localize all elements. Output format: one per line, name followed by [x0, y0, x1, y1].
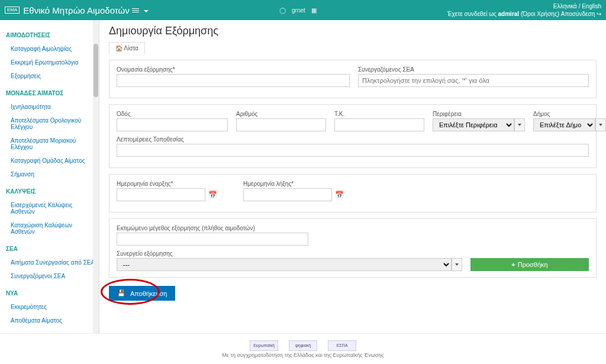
- logout-link[interactable]: Αποσύνδεση: [561, 11, 595, 17]
- input-estimate[interactable]: [117, 233, 308, 246]
- sidebar-item-simansi[interactable]: Σήμανση: [6, 167, 99, 181]
- footer-text: Με τη συγχρηματοδότηση της Ελλάδας και τ…: [222, 352, 383, 358]
- brand-title: Εθνικό Μητρώο Αιμοδοτών: [23, 5, 149, 15]
- sidebar-group-monades: ΜΟΝΑΔΕΣ ΑΙΜΑΤΟΣ: [6, 90, 99, 96]
- panel-location: Οδός Αριθμός Τ.Κ. Περιφέρεια Επιλέξτε Πε…: [109, 104, 597, 168]
- footer: Ευρωπαϊκή ψηφιακή ΕΣΠΑ Με τη συγχρηματοδ…: [0, 333, 606, 364]
- scrollbar-track[interactable]: [93, 20, 99, 333]
- select-crew[interactable]: ---: [117, 258, 452, 271]
- input-tk[interactable]: [334, 118, 424, 131]
- sidebar-item-omadas-aimatos[interactable]: Καταγραφή Ομάδας Αίματος: [6, 154, 99, 167]
- center-logo-3: ▦: [311, 7, 317, 14]
- input-date-start[interactable]: [117, 188, 205, 201]
- sidebar-item-exormiseis[interactable]: Εξορμήσεις: [6, 69, 99, 83]
- label-sea: Συνεργαζόμενος ΣΕΑ: [358, 66, 589, 73]
- calendar-end-icon[interactable]: 📅: [334, 190, 344, 199]
- input-street[interactable]: [117, 118, 228, 131]
- sidebar-item-moriakou[interactable]: Αποτελέσματα Μοριακού Ελέγχου: [6, 134, 99, 154]
- sidebar-item-kataggrafi-aimolipsias[interactable]: Καταγραφή Αιμοληψίας: [6, 42, 99, 56]
- logo-icon: EMA: [5, 7, 20, 14]
- lang-english-link[interactable]: English: [582, 3, 601, 9]
- top-center-logos: ◯ grnet ▦: [149, 7, 447, 14]
- menu-icon[interactable]: [132, 7, 139, 14]
- login-user: admiral: [498, 11, 520, 17]
- sidebar-item-kataxorisi-kalypseon[interactable]: Καταχώριση Καλύψεων Ασθενών: [6, 218, 99, 239]
- tab-list-label: Λίστα: [124, 45, 138, 51]
- sidebar-group-nya: ΝΥΑ: [6, 290, 99, 297]
- label-tk: Τ.Κ.: [334, 111, 424, 117]
- label-date-end: Ημερομηνία λήξης*: [243, 181, 362, 187]
- login-prefix: Έχετε συνδεθεί ως: [447, 11, 498, 17]
- dimos-caret-icon[interactable]: [595, 118, 606, 131]
- label-street: Οδός: [117, 111, 228, 117]
- tab-list[interactable]: 🏠 Λίστα: [109, 42, 145, 54]
- sidebar-item-orologikou[interactable]: Αποτελέσματα Ορολογικού Ελέγχου: [6, 114, 99, 134]
- center-logo-2: grnet: [292, 7, 305, 14]
- crew-caret-icon[interactable]: [452, 258, 462, 271]
- footer-logo-digital: ψηφιακή: [289, 340, 317, 351]
- label-date-start: Ημερομηνία έναρξης*: [117, 181, 235, 187]
- footer-logo-eu: Ευρωπαϊκή: [250, 340, 278, 351]
- sidebar-item-apothemata[interactable]: Αποθέματα Αίματος: [6, 314, 99, 327]
- logout-icon: ↪: [597, 11, 601, 17]
- sidebar-item-aitimata-sea[interactable]: Αιτήματα Συνεργασίας από ΣΕΑ: [6, 256, 99, 269]
- label-dimos: Δήμος: [533, 111, 606, 117]
- label-estimate: Εκτιμώμενο μέγεθος εξόρμησης (πλήθος αιμ…: [117, 225, 308, 231]
- lang-greek-link[interactable]: Ελληνικά: [553, 3, 577, 9]
- select-dimos[interactable]: Επιλέξτε Δήμο: [533, 118, 595, 131]
- footer-logo-espa: ΕΣΠΑ: [328, 340, 356, 351]
- save-button-label: Αποθήκευση: [130, 290, 167, 297]
- page-title: Δημιουργία Εξόρμησης: [109, 25, 597, 37]
- label-loc-details: Λεπτομέρειες Τοποθεσίας: [117, 136, 589, 143]
- input-loc-details[interactable]: [117, 144, 589, 157]
- sidebar-group-aimodotiseis: ΑΙΜΟΔΟΤΗΣΕΙΣ: [6, 32, 99, 38]
- add-button[interactable]: Προσθήκη: [470, 258, 589, 271]
- region-caret-icon[interactable]: [514, 118, 525, 131]
- top-right: Ελληνικά / English Έχετε συνδεθεί ως adm…: [447, 2, 601, 18]
- main-content: Δημιουργία Εξόρμησης 🏠 Λίστα Ονομασία εξ…: [99, 20, 606, 333]
- sidebar-item-ekkremi-erotimatologia[interactable]: Εκκρεμή Ερωτηματολόγια: [6, 56, 99, 69]
- terms-link[interactable]: (Όροι Χρήσης): [521, 11, 559, 17]
- top-bar: EMA Εθνικό Μητρώο Αιμοδοτών ◯ grnet ▦ Ελ…: [0, 0, 606, 20]
- save-button[interactable]: Αποθήκευση: [109, 286, 175, 301]
- sidebar-item-ekkremotites[interactable]: Εκκρεμότητες: [6, 300, 99, 314]
- sidebar: ΑΙΜΟΔΟΤΗΣΕΙΣ Καταγραφή Αιμοληψίας Εκκρεμ…: [0, 20, 99, 333]
- label-number: Αριθμός: [236, 111, 326, 117]
- center-logo-1: ◯: [279, 7, 286, 14]
- input-sea[interactable]: [358, 74, 589, 87]
- label-region: Περιφέρεια: [433, 111, 525, 117]
- brand-text: Εθνικό Μητρώο Αιμοδοτών: [23, 5, 129, 15]
- label-name: Ονομασία εξόρμησης*: [117, 66, 350, 73]
- select-region[interactable]: Επιλέξτε Περιφέρεια: [433, 118, 514, 131]
- sidebar-group-kalypseis: ΚΑΛΥΨΕΙΣ: [6, 188, 99, 195]
- input-date-end[interactable]: [243, 188, 332, 201]
- panel-dates: Ημερομηνία έναρξης* 📅 Ημερομηνία λήξης* …: [109, 174, 597, 212]
- scrollbar-thumb[interactable]: [94, 44, 98, 97]
- panel-basic: Ονομασία εξόρμησης* Συνεργαζόμενος ΣΕΑ: [109, 60, 597, 98]
- sidebar-item-synergazomenoi-sea[interactable]: Συνεργαζόμενοι ΣΕΑ: [6, 269, 99, 283]
- sidebar-item-eiserxomenes-kalypseis[interactable]: Εισερχόμενες Καλύψεις Ασθενών: [6, 198, 99, 218]
- sidebar-group-sea: ΣΕΑ: [6, 246, 99, 252]
- add-button-label: Προσθήκη: [518, 261, 548, 268]
- label-crew: Συνεργείο εξόρμησης: [117, 250, 589, 257]
- input-name[interactable]: [117, 74, 350, 87]
- calendar-start-icon[interactable]: 📅: [208, 190, 217, 199]
- sidebar-item-ixnilasimotita[interactable]: Ιχνηλασιμότητα: [6, 100, 99, 114]
- panel-extra: Εκτιμώμενο μέγεθος εξόρμησης (πλήθος αιμ…: [109, 218, 597, 278]
- caret-down-icon[interactable]: [144, 10, 149, 12]
- input-number[interactable]: [236, 118, 326, 131]
